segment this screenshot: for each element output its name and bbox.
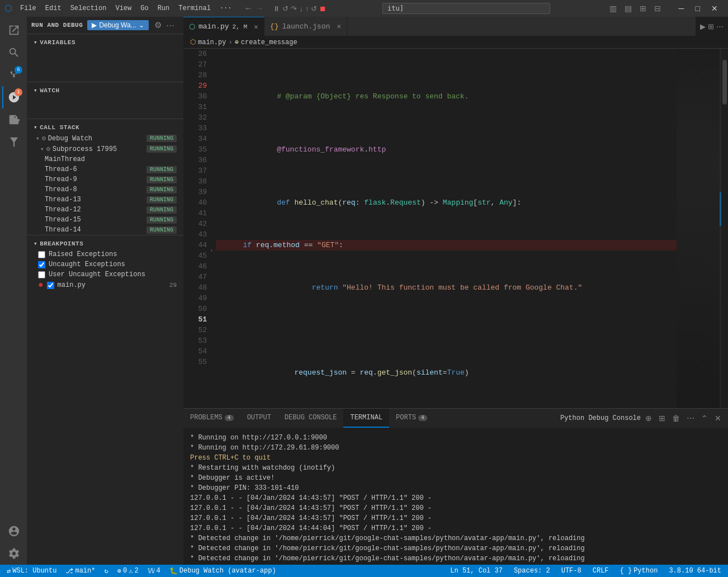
debug-gear-button[interactable]: ⚙ bbox=[154, 20, 162, 30]
layout-split-icon[interactable]: ⊞ bbox=[636, 2, 650, 15]
list-item[interactable]: ▾ ⚙ Subprocess 17995 RUNNING bbox=[27, 144, 183, 154]
code-editor[interactable]: # @param {Object} res Response to send b… bbox=[211, 49, 677, 408]
remote-indicator[interactable]: ⇄ WSL: Ubuntu bbox=[4, 567, 59, 575]
debug-continue-icon[interactable]: ↺ bbox=[311, 4, 317, 13]
list-item[interactable]: User Uncaught Exceptions bbox=[27, 269, 183, 280]
explorer-icon[interactable] bbox=[2, 19, 25, 41]
editor-scrollbar[interactable] bbox=[721, 49, 728, 408]
layout-panel-icon[interactable]: ▤ bbox=[621, 2, 635, 15]
list-item[interactable]: Thread-12 RUNNING bbox=[27, 205, 183, 215]
search-icon[interactable] bbox=[2, 41, 25, 64]
accounts-icon[interactable] bbox=[2, 520, 25, 542]
code-line-31 bbox=[216, 325, 677, 335]
list-item[interactable]: Thread-14 RUNNING bbox=[27, 225, 183, 235]
tab-terminal[interactable]: TERMINAL bbox=[343, 409, 389, 428]
list-item[interactable]: ▾ ⚙ Debug Watch RUNNING bbox=[27, 133, 183, 144]
branch-indicator[interactable]: ⎇ main* bbox=[63, 567, 97, 575]
call-stack-section-header[interactable]: ▾ CALL STACK bbox=[27, 119, 183, 133]
user-uncaught-exceptions-checkbox[interactable] bbox=[38, 271, 45, 278]
debug-watch-button[interactable]: ▶ Debug Wa... ⌄ bbox=[87, 20, 148, 30]
tab-main-py[interactable]: ⬡ main.py 2, M ✕ bbox=[183, 17, 264, 36]
panel-maximize-button[interactable]: ⌃ bbox=[699, 413, 710, 424]
menu-file[interactable]: File bbox=[17, 3, 40, 13]
tab-ports[interactable]: PORTS 4 bbox=[389, 409, 434, 428]
debug-more-button[interactable]: ⋯ bbox=[166, 20, 174, 30]
search-input[interactable] bbox=[382, 3, 550, 14]
extensions-icon[interactable] bbox=[2, 108, 25, 131]
window-minimize-button[interactable]: ─ bbox=[673, 2, 690, 15]
language-mode[interactable]: { } Python bbox=[618, 567, 660, 575]
list-item[interactable]: Thread-6 RUNNING bbox=[27, 164, 183, 174]
raised-exceptions-checkbox[interactable] bbox=[38, 251, 45, 258]
minimap-scrollbar[interactable] bbox=[720, 49, 721, 408]
menu-selection[interactable]: Selection bbox=[67, 3, 110, 13]
menu-view[interactable]: View bbox=[112, 3, 135, 13]
language-label: Python bbox=[634, 567, 658, 575]
cursor-position[interactable]: Ln 51, Col 37 bbox=[448, 567, 505, 575]
language-icon: { } bbox=[620, 567, 632, 575]
tab-output[interactable]: OUTPUT bbox=[240, 409, 278, 428]
sync-indicator[interactable]: ↻ bbox=[102, 567, 110, 575]
tab-launch-json[interactable]: {} launch.json ✕ bbox=[264, 17, 347, 36]
wsl-indicator[interactable]: 𝕎 4 bbox=[145, 567, 163, 575]
menu-more[interactable]: ··· bbox=[216, 3, 235, 13]
menu-run[interactable]: Run bbox=[154, 3, 173, 13]
list-item[interactable]: Thread-15 RUNNING bbox=[27, 215, 183, 225]
debug-stepover-icon[interactable]: ↷ bbox=[291, 4, 297, 13]
panel-close-button[interactable]: ✕ bbox=[712, 413, 724, 424]
testing-icon[interactable] bbox=[2, 131, 25, 153]
uncaught-exceptions-checkbox[interactable] bbox=[38, 261, 45, 268]
errors-indicator[interactable]: ⊗ 0 ⚠ 2 bbox=[115, 567, 141, 575]
watch-section-header[interactable]: ▾ WATCH bbox=[27, 82, 183, 96]
new-terminal-button[interactable]: ⊕ bbox=[643, 413, 654, 424]
menu-go[interactable]: Go bbox=[137, 3, 152, 13]
variables-section-header[interactable]: ▾ VARIABLES bbox=[27, 34, 183, 48]
list-item[interactable]: Thread-8 RUNNING bbox=[27, 185, 183, 195]
list-item[interactable]: Thread-9 RUNNING bbox=[27, 174, 183, 185]
window-maximize-button[interactable]: □ bbox=[690, 2, 706, 15]
list-item[interactable]: ● main.py 29 bbox=[27, 280, 183, 291]
tab-debug-console[interactable]: DEBUG CONSOLE bbox=[278, 409, 344, 428]
tab-modified-indicator: 2, M bbox=[233, 23, 247, 30]
nav-back-button[interactable]: ← bbox=[244, 3, 253, 13]
tab-close-button[interactable]: ✕ bbox=[337, 22, 341, 31]
debug-stepout-icon[interactable]: ↑ bbox=[305, 4, 309, 13]
list-item[interactable]: Raised Exceptions bbox=[27, 249, 183, 259]
debug-stop-icon[interactable]: ⏹ bbox=[319, 4, 327, 13]
breadcrumb-file[interactable]: main.py bbox=[198, 39, 226, 46]
indentation[interactable]: Spaces: 2 bbox=[512, 567, 552, 575]
more-actions-button[interactable]: ⋯ bbox=[716, 22, 724, 31]
list-item[interactable]: Uncaught Exceptions bbox=[27, 259, 183, 269]
layout-sidebar-icon[interactable]: ▥ bbox=[606, 2, 620, 15]
terminal-split-button[interactable]: ⊞ bbox=[656, 413, 668, 424]
split-editor-button[interactable]: ⊞ bbox=[708, 22, 714, 31]
python-version[interactable]: 3.8.10 64-bit bbox=[666, 567, 724, 575]
run-debug-activity-icon[interactable]: 1 bbox=[2, 86, 25, 108]
window-close-button[interactable]: ✕ bbox=[706, 2, 724, 15]
breakpoints-section-header[interactable]: ▾ BREAKPOINTS bbox=[27, 235, 183, 249]
breadcrumb-symbol[interactable]: create_message bbox=[241, 39, 297, 46]
line-ending[interactable]: CRLF bbox=[590, 567, 611, 575]
main-py-breakpoint-checkbox[interactable] bbox=[47, 282, 54, 289]
list-item[interactable]: MainThread bbox=[27, 154, 183, 164]
source-control-icon[interactable]: 6 bbox=[2, 64, 25, 86]
customize-layout-icon[interactable]: ⊟ bbox=[651, 2, 664, 15]
debug-restart-icon[interactable]: ↺ bbox=[282, 4, 289, 13]
tab-problems[interactable]: PROBLEMS 4 bbox=[183, 409, 240, 428]
terminal-more-button[interactable]: ⋯ bbox=[684, 413, 697, 424]
scrollbar-thumb[interactable] bbox=[722, 60, 727, 105]
menu-edit[interactable]: Edit bbox=[42, 3, 65, 13]
problems-badge: 4 bbox=[225, 415, 234, 421]
debug-stepinto-icon[interactable]: ↓ bbox=[299, 4, 303, 13]
terminal-content[interactable]: * Running on http://127.0.0.1:9000 * Run… bbox=[183, 428, 728, 565]
encoding[interactable]: UTF-8 bbox=[559, 567, 584, 575]
menu-terminal[interactable]: Terminal bbox=[175, 3, 214, 13]
run-file-button[interactable]: ▶ bbox=[700, 22, 706, 31]
settings-icon[interactable] bbox=[2, 542, 25, 565]
debug-pause-icon[interactable]: ⏸ bbox=[273, 4, 280, 13]
list-item[interactable]: Thread-13 RUNNING bbox=[27, 195, 183, 205]
tab-close-button[interactable]: ✕ bbox=[254, 22, 258, 31]
nav-forward-button[interactable]: → bbox=[255, 3, 264, 13]
terminal-kill-button[interactable]: 🗑 bbox=[670, 413, 682, 424]
debug-indicator[interactable]: 🐛 Debug Watch (avatar-app) bbox=[167, 567, 278, 575]
